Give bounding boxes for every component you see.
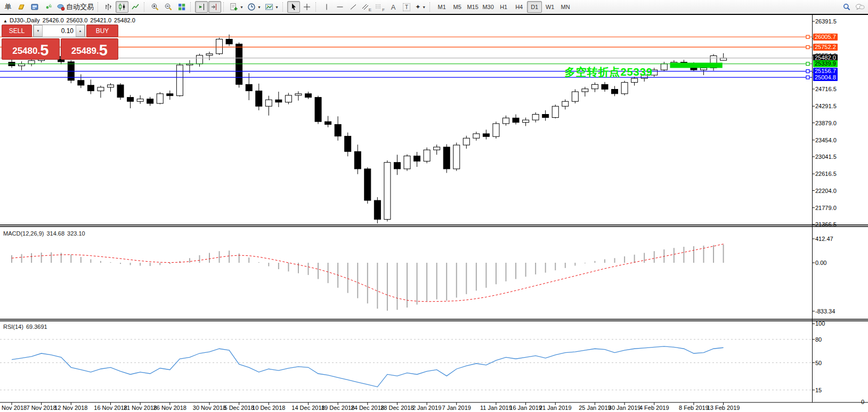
search-icon <box>842 3 851 11</box>
templates-button[interactable]: ▼ <box>263 1 280 13</box>
line-chart-button[interactable] <box>129 1 142 13</box>
level-handle-marker <box>806 70 809 73</box>
macd-axis-label: -833.34 <box>815 308 835 315</box>
fibo-suffix: F <box>382 7 385 12</box>
candle-body <box>414 156 420 161</box>
market-watch-button[interactable] <box>15 1 28 13</box>
timeframe-button-M30[interactable]: M30 <box>481 1 496 13</box>
rsi-axis-label: 50 <box>815 360 822 367</box>
timeframe-button-D1[interactable]: D1 <box>527 1 542 13</box>
candle-body <box>206 54 213 55</box>
timeframe-button-MN[interactable]: MN <box>558 1 573 13</box>
price-axis-label: 23041.5 <box>815 154 837 160</box>
tile-windows-icon <box>177 3 186 11</box>
zoom-in-icon <box>151 3 159 11</box>
candle-body <box>621 83 628 94</box>
timeframe-button-M5[interactable]: M5 <box>450 1 465 13</box>
indicators-icon <box>230 3 238 11</box>
text-tool-button[interactable]: A <box>387 1 400 13</box>
auto-scroll-button[interactable] <box>195 1 208 13</box>
arrows-tool-button[interactable]: ✦ ▼ <box>413 1 427 13</box>
candle-body <box>503 118 509 124</box>
macd-indicator-label: MACD(12,26,9) <box>3 230 44 237</box>
candle-body <box>493 124 499 136</box>
chart-shift-button[interactable] <box>208 1 221 13</box>
navigator-button[interactable] <box>28 1 41 13</box>
candle-body <box>513 118 519 122</box>
volume-input[interactable] <box>43 25 76 37</box>
candle-body <box>236 44 242 85</box>
equidistant-channel-button[interactable]: E <box>360 1 373 13</box>
high-value: 25603.0 <box>67 17 88 23</box>
candle-body <box>226 39 232 44</box>
volume-increase-button[interactable]: ▲ <box>76 25 85 37</box>
chat-button[interactable] <box>854 1 866 13</box>
tile-windows-button[interactable] <box>175 1 188 13</box>
candle-body <box>572 92 578 101</box>
candlestick-chart-icon <box>118 3 126 11</box>
candle-body <box>127 98 134 102</box>
price-axis-label: 21779.0 <box>815 205 837 212</box>
candle-body <box>256 91 262 107</box>
cursor-button[interactable] <box>287 1 300 13</box>
zoom-out-button[interactable] <box>162 1 175 13</box>
market-watch-icon <box>17 3 26 11</box>
timeframe-button-M15[interactable]: M15 <box>465 1 480 13</box>
bar-chart-icon <box>104 3 113 11</box>
date-label: 26 Nov 2018 <box>148 405 192 411</box>
price-axis-label: 24291.5 <box>815 103 837 110</box>
toolbar-grip <box>190 2 193 12</box>
chart-top-border <box>0 14 868 15</box>
chart-canvas[interactable] <box>0 14 868 412</box>
crosshair-button[interactable] <box>301 1 313 13</box>
timeframe-button-M1[interactable]: M1 <box>434 1 449 13</box>
price-axis-label: 22616.5 <box>815 171 837 177</box>
sell-button[interactable]: SELL <box>2 25 32 37</box>
candle-body <box>443 147 450 169</box>
date-label: 4 Feb 2019 <box>632 405 677 411</box>
macd-value: 314.68 <box>46 230 64 237</box>
price-level-badge: 25004.8 <box>813 74 838 81</box>
level-handle-marker <box>806 62 809 66</box>
zoom-in-button[interactable] <box>149 1 161 13</box>
price-axis-label: 26391.5 <box>815 18 837 25</box>
candle-body <box>98 87 104 91</box>
collapse-icon[interactable]: ▲ <box>3 19 7 23</box>
autotrading-button[interactable]: 自动交易 <box>55 1 95 13</box>
timeframe-button-H1[interactable]: H1 <box>496 1 511 13</box>
level-handle-marker <box>806 35 809 38</box>
volume-decrease-button[interactable]: ▼ <box>34 25 43 37</box>
candle-body <box>315 98 321 122</box>
horizontal-line-button[interactable] <box>334 1 346 13</box>
periods-button[interactable]: ▼ <box>246 1 263 13</box>
price-level-badge: 26005.7 <box>813 34 838 41</box>
candle-body <box>216 39 223 53</box>
candlestick-chart-button[interactable] <box>116 1 128 13</box>
trendline-icon <box>349 3 358 11</box>
new-order-button[interactable]: 单 <box>2 1 14 13</box>
buy-button[interactable]: BUY <box>86 25 118 37</box>
trendline-button[interactable] <box>347 1 360 13</box>
candle-body <box>701 68 707 70</box>
fibonacci-button[interactable]: F <box>374 1 386 13</box>
price-level-badge: 25752.2 <box>813 44 838 51</box>
broadcast-button[interactable] <box>42 1 54 13</box>
text-label-tool-button[interactable]: T <box>400 1 413 13</box>
bar-chart-button[interactable] <box>102 1 115 13</box>
level-handle-marker <box>806 45 809 49</box>
timeframe-button-W1[interactable]: W1 <box>542 1 557 13</box>
candle-body <box>137 99 143 102</box>
sell-price-box[interactable]: 25480.5 <box>2 38 60 60</box>
toolbar-grip <box>282 2 285 12</box>
navigator-icon <box>30 3 39 11</box>
indicators-button[interactable]: ▼ <box>228 1 245 13</box>
buy-price-box[interactable]: 25489.5 <box>61 38 119 60</box>
search-button[interactable] <box>840 1 853 13</box>
date-label: 21 Jan 2019 <box>533 405 578 411</box>
pivot-annotation-text: 多空转折点25339 <box>480 65 653 79</box>
vertical-line-button[interactable] <box>320 1 333 13</box>
candle-body <box>246 84 252 91</box>
candle-body <box>483 134 489 136</box>
candle-body <box>265 100 272 106</box>
timeframe-button-H4[interactable]: H4 <box>512 1 526 13</box>
